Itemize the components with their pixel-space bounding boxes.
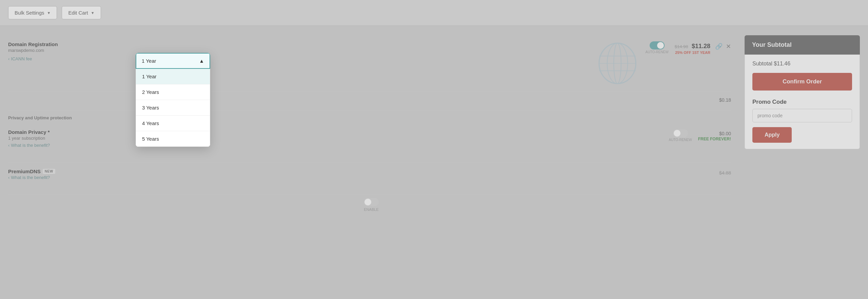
year-option-2[interactable]: 2 Years (136, 84, 210, 100)
backdrop-overlay (0, 0, 868, 299)
year-dropdown[interactable]: 1 Year ▲ 1 Year 2 Years 3 Years 4 Years … (136, 53, 210, 147)
year-option-4[interactable]: 4 Years (136, 116, 210, 131)
year-chevron-icon: ▲ (199, 58, 204, 64)
year-dropdown-options: 1 Year 2 Years 3 Years 4 Years 5 Years (136, 69, 210, 147)
year-option-3[interactable]: 3 Years (136, 100, 210, 116)
year-select-header[interactable]: 1 Year ▲ (136, 53, 210, 69)
year-option-1[interactable]: 1 Year (136, 69, 210, 84)
year-option-5[interactable]: 5 Years (136, 131, 210, 146)
year-selected-value: 1 Year (142, 58, 156, 64)
